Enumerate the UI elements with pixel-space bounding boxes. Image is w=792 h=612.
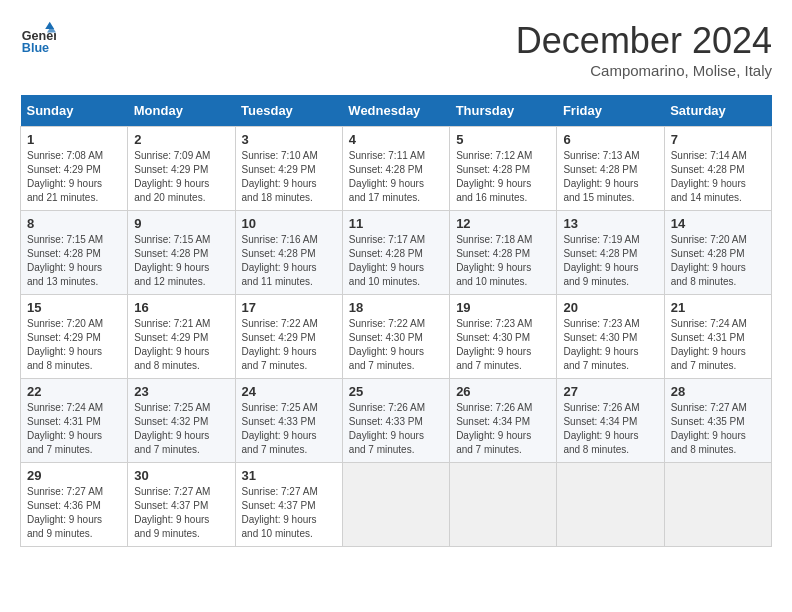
day-info: Sunrise: 7:25 AM Sunset: 4:32 PM Dayligh… [134,401,228,457]
day-info: Sunrise: 7:25 AM Sunset: 4:33 PM Dayligh… [242,401,336,457]
day-info: Sunrise: 7:22 AM Sunset: 4:29 PM Dayligh… [242,317,336,373]
day-number: 8 [27,216,121,231]
weekday-header-sunday: Sunday [21,95,128,127]
calendar-cell: 16Sunrise: 7:21 AM Sunset: 4:29 PM Dayli… [128,295,235,379]
day-info: Sunrise: 7:14 AM Sunset: 4:28 PM Dayligh… [671,149,765,205]
day-number: 23 [134,384,228,399]
calendar-cell: 17Sunrise: 7:22 AM Sunset: 4:29 PM Dayli… [235,295,342,379]
weekday-header-wednesday: Wednesday [342,95,449,127]
calendar-cell: 25Sunrise: 7:26 AM Sunset: 4:33 PM Dayli… [342,379,449,463]
day-info: Sunrise: 7:10 AM Sunset: 4:29 PM Dayligh… [242,149,336,205]
day-number: 14 [671,216,765,231]
day-info: Sunrise: 7:15 AM Sunset: 4:28 PM Dayligh… [27,233,121,289]
calendar-cell: 8Sunrise: 7:15 AM Sunset: 4:28 PM Daylig… [21,211,128,295]
day-number: 10 [242,216,336,231]
calendar-cell: 5Sunrise: 7:12 AM Sunset: 4:28 PM Daylig… [450,127,557,211]
week-row-5: 29Sunrise: 7:27 AM Sunset: 4:36 PM Dayli… [21,463,772,547]
day-number: 3 [242,132,336,147]
weekday-header-friday: Friday [557,95,664,127]
day-info: Sunrise: 7:20 AM Sunset: 4:29 PM Dayligh… [27,317,121,373]
calendar-cell: 30Sunrise: 7:27 AM Sunset: 4:37 PM Dayli… [128,463,235,547]
day-number: 7 [671,132,765,147]
day-number: 30 [134,468,228,483]
day-info: Sunrise: 7:13 AM Sunset: 4:28 PM Dayligh… [563,149,657,205]
calendar-cell: 13Sunrise: 7:19 AM Sunset: 4:28 PM Dayli… [557,211,664,295]
day-number: 5 [456,132,550,147]
day-number: 22 [27,384,121,399]
day-number: 27 [563,384,657,399]
logo: General Blue [20,20,56,56]
logo-icon: General Blue [20,20,56,56]
calendar-cell: 4Sunrise: 7:11 AM Sunset: 4:28 PM Daylig… [342,127,449,211]
day-info: Sunrise: 7:08 AM Sunset: 4:29 PM Dayligh… [27,149,121,205]
week-row-4: 22Sunrise: 7:24 AM Sunset: 4:31 PM Dayli… [21,379,772,463]
day-number: 4 [349,132,443,147]
day-info: Sunrise: 7:21 AM Sunset: 4:29 PM Dayligh… [134,317,228,373]
day-number: 28 [671,384,765,399]
calendar-cell: 1Sunrise: 7:08 AM Sunset: 4:29 PM Daylig… [21,127,128,211]
day-info: Sunrise: 7:24 AM Sunset: 4:31 PM Dayligh… [671,317,765,373]
calendar-cell: 9Sunrise: 7:15 AM Sunset: 4:28 PM Daylig… [128,211,235,295]
day-info: Sunrise: 7:26 AM Sunset: 4:33 PM Dayligh… [349,401,443,457]
calendar-cell: 24Sunrise: 7:25 AM Sunset: 4:33 PM Dayli… [235,379,342,463]
weekday-header-saturday: Saturday [664,95,771,127]
day-info: Sunrise: 7:26 AM Sunset: 4:34 PM Dayligh… [456,401,550,457]
calendar-cell: 6Sunrise: 7:13 AM Sunset: 4:28 PM Daylig… [557,127,664,211]
svg-text:Blue: Blue [22,41,49,55]
calendar-cell: 31Sunrise: 7:27 AM Sunset: 4:37 PM Dayli… [235,463,342,547]
day-number: 15 [27,300,121,315]
day-number: 6 [563,132,657,147]
title-block: December 2024 Campomarino, Molise, Italy [516,20,772,79]
day-info: Sunrise: 7:22 AM Sunset: 4:30 PM Dayligh… [349,317,443,373]
day-number: 2 [134,132,228,147]
day-number: 16 [134,300,228,315]
day-number: 31 [242,468,336,483]
day-number: 17 [242,300,336,315]
weekday-header-tuesday: Tuesday [235,95,342,127]
calendar-cell [450,463,557,547]
weekday-header-row: SundayMondayTuesdayWednesdayThursdayFrid… [21,95,772,127]
day-info: Sunrise: 7:16 AM Sunset: 4:28 PM Dayligh… [242,233,336,289]
day-info: Sunrise: 7:09 AM Sunset: 4:29 PM Dayligh… [134,149,228,205]
day-number: 21 [671,300,765,315]
location-subtitle: Campomarino, Molise, Italy [516,62,772,79]
header: General Blue December 2024 Campomarino, … [20,20,772,79]
week-row-3: 15Sunrise: 7:20 AM Sunset: 4:29 PM Dayli… [21,295,772,379]
day-info: Sunrise: 7:15 AM Sunset: 4:28 PM Dayligh… [134,233,228,289]
day-info: Sunrise: 7:23 AM Sunset: 4:30 PM Dayligh… [563,317,657,373]
day-number: 18 [349,300,443,315]
calendar-cell: 22Sunrise: 7:24 AM Sunset: 4:31 PM Dayli… [21,379,128,463]
calendar-cell [557,463,664,547]
day-number: 13 [563,216,657,231]
day-info: Sunrise: 7:19 AM Sunset: 4:28 PM Dayligh… [563,233,657,289]
calendar-cell: 2Sunrise: 7:09 AM Sunset: 4:29 PM Daylig… [128,127,235,211]
calendar-cell: 23Sunrise: 7:25 AM Sunset: 4:32 PM Dayli… [128,379,235,463]
day-info: Sunrise: 7:27 AM Sunset: 4:37 PM Dayligh… [242,485,336,541]
day-info: Sunrise: 7:12 AM Sunset: 4:28 PM Dayligh… [456,149,550,205]
day-info: Sunrise: 7:23 AM Sunset: 4:30 PM Dayligh… [456,317,550,373]
week-row-2: 8Sunrise: 7:15 AM Sunset: 4:28 PM Daylig… [21,211,772,295]
day-info: Sunrise: 7:26 AM Sunset: 4:34 PM Dayligh… [563,401,657,457]
day-info: Sunrise: 7:27 AM Sunset: 4:36 PM Dayligh… [27,485,121,541]
calendar-cell: 15Sunrise: 7:20 AM Sunset: 4:29 PM Dayli… [21,295,128,379]
calendar-cell [664,463,771,547]
day-info: Sunrise: 7:18 AM Sunset: 4:28 PM Dayligh… [456,233,550,289]
calendar-cell [342,463,449,547]
calendar-cell: 26Sunrise: 7:26 AM Sunset: 4:34 PM Dayli… [450,379,557,463]
day-number: 19 [456,300,550,315]
weekday-header-thursday: Thursday [450,95,557,127]
calendar-cell: 10Sunrise: 7:16 AM Sunset: 4:28 PM Dayli… [235,211,342,295]
day-number: 24 [242,384,336,399]
calendar-table: SundayMondayTuesdayWednesdayThursdayFrid… [20,95,772,547]
day-number: 9 [134,216,228,231]
day-number: 29 [27,468,121,483]
day-number: 11 [349,216,443,231]
month-title: December 2024 [516,20,772,62]
day-number: 12 [456,216,550,231]
day-number: 26 [456,384,550,399]
day-info: Sunrise: 7:20 AM Sunset: 4:28 PM Dayligh… [671,233,765,289]
calendar-cell: 11Sunrise: 7:17 AM Sunset: 4:28 PM Dayli… [342,211,449,295]
day-number: 1 [27,132,121,147]
day-number: 25 [349,384,443,399]
calendar-cell: 27Sunrise: 7:26 AM Sunset: 4:34 PM Dayli… [557,379,664,463]
